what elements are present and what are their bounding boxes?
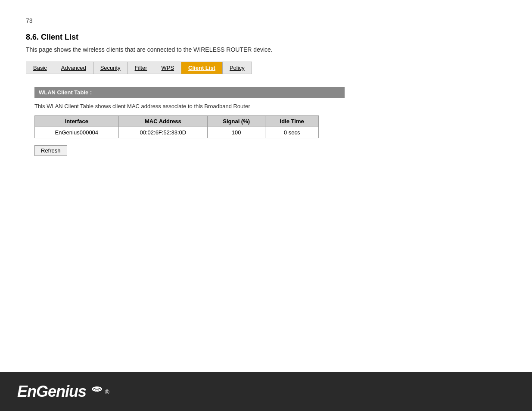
client-table: Interface MAC Address Signal (%) Idle Ti… xyxy=(34,115,319,138)
cell-signal: 100 xyxy=(207,127,265,138)
tab-policy[interactable]: Policy xyxy=(223,62,252,74)
logo-genius: Genius xyxy=(36,383,86,400)
col-idle-time: Idle Time xyxy=(265,116,319,127)
logo-text: EnGenius xyxy=(17,383,90,400)
table-row: EnGenius000004 00:02:6F:52:33:0D 100 0 s… xyxy=(35,127,319,138)
tab-client-list[interactable]: Client List xyxy=(181,62,223,74)
col-signal: Signal (%) xyxy=(207,116,265,127)
tab-wps[interactable]: WPS xyxy=(154,62,181,74)
logo-en: En xyxy=(17,383,36,400)
refresh-button[interactable]: Refresh xyxy=(34,145,67,156)
wifi-icon xyxy=(91,386,103,394)
main-content: 73 8.6. Client List This page shows the … xyxy=(0,0,532,173)
tab-filter[interactable]: Filter xyxy=(128,62,155,74)
section-title: 8.6. Client List xyxy=(26,33,506,42)
tab-basic[interactable]: Basic xyxy=(26,62,54,74)
engenius-logo: EnGenius ® xyxy=(17,383,109,401)
cell-interface: EnGenius000004 xyxy=(35,127,119,138)
registered-symbol: ® xyxy=(105,389,109,395)
wlan-description: This WLAN Client Table shows client MAC … xyxy=(34,103,345,109)
section-description: This page shows the wireless clients tha… xyxy=(26,46,506,53)
tab-advanced[interactable]: Advanced xyxy=(54,62,93,74)
wlan-header: WLAN Client Table : xyxy=(34,87,345,98)
page-number: 73 xyxy=(26,17,506,24)
col-interface: Interface xyxy=(35,116,119,127)
tab-bar: Basic Advanced Security Filter WPS Clien… xyxy=(26,62,252,74)
cell-mac-address: 00:02:6F:52:33:0D xyxy=(118,127,207,138)
col-mac-address: MAC Address xyxy=(118,116,207,127)
cell-idle-time: 0 secs xyxy=(265,127,319,138)
tab-security[interactable]: Security xyxy=(93,62,128,74)
footer: EnGenius ® xyxy=(0,372,532,411)
wlan-section: WLAN Client Table : This WLAN Client Tab… xyxy=(34,87,345,156)
